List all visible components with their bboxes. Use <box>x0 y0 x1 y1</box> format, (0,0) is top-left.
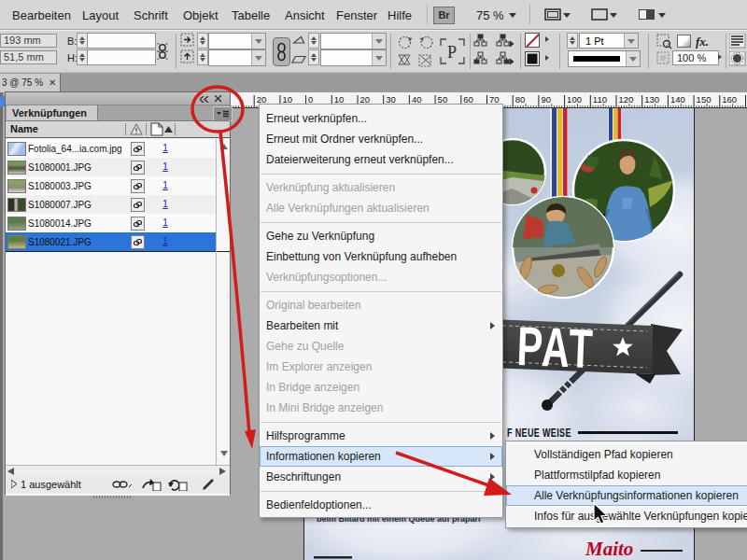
svg-text:160: 160 <box>722 94 737 105</box>
svg-text:150: 150 <box>697 94 712 105</box>
svg-text:110: 110 <box>593 94 607 105</box>
svg-text:130: 130 <box>644 94 659 105</box>
svg-text:140: 140 <box>670 94 685 105</box>
svg-text:90: 90 <box>541 94 551 105</box>
svg-text:F NEUE WEISE: F NEUE WEISE <box>507 427 571 440</box>
svg-text:P: P <box>447 43 457 62</box>
svg-text:80: 80 <box>515 94 526 105</box>
svg-text:120: 120 <box>619 94 634 105</box>
svg-text:Maito: Maito <box>585 538 633 560</box>
svg-text:100: 100 <box>567 94 582 105</box>
svg-text:PAT: PAT <box>516 315 596 380</box>
